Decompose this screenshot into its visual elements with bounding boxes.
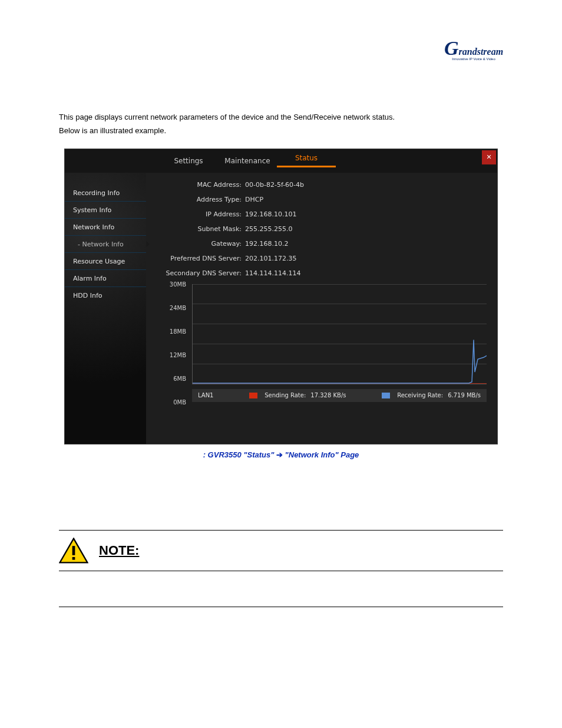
- sidebar-spacer: [65, 173, 146, 185]
- legend-recv-label: Receiving Rate:: [397, 392, 443, 398]
- value-gateway: 192.168.10.2: [245, 240, 487, 248]
- ytick-6: 6MB: [173, 375, 186, 381]
- value-addr-type: DHCP: [245, 196, 487, 203]
- tab-settings[interactable]: Settings: [159, 157, 218, 165]
- value-dns2: 114.114.114.114: [245, 269, 487, 277]
- tab-maintenance[interactable]: Maintenance: [218, 157, 277, 165]
- chart-lines: [193, 284, 487, 384]
- ytick-24: 24MB: [170, 304, 186, 311]
- warning-icon: [59, 538, 88, 564]
- label-addr-type: Address Type:: [157, 196, 245, 203]
- ytick-0: 0MB: [173, 398, 186, 405]
- svg-rect-2: [72, 557, 75, 560]
- sidebar-item-resource[interactable]: Resource Usage: [65, 253, 146, 270]
- caption-prefix: : GVR3550 "Status": [203, 450, 276, 459]
- sidebar: Recording Info System Info Network Info …: [65, 173, 146, 444]
- caption-suffix: "Network Info" Page: [283, 450, 359, 459]
- ytick-18: 18MB: [170, 328, 186, 334]
- page-footer: [59, 607, 503, 610]
- note-label: NOTE:: [99, 543, 139, 558]
- label-dns1: Preferred DNS Server:: [157, 255, 245, 262]
- intro-text: This page displays current network param…: [59, 112, 503, 137]
- legend-lan: LAN1: [198, 392, 213, 398]
- chart-y-axis: 30MB 24MB 18MB 12MB 6MB 0MB: [163, 284, 186, 402]
- label-ip: IP Address:: [157, 210, 245, 218]
- label-gateway: Gateway:: [157, 240, 245, 248]
- close-icon[interactable]: ✕: [482, 150, 496, 164]
- content-pane: MAC Address:00-0b-82-5f-60-4b Address Ty…: [146, 173, 497, 444]
- sidebar-item-network[interactable]: Network Info: [65, 219, 146, 236]
- sidebar-item-recording[interactable]: Recording Info: [65, 185, 146, 202]
- swatch-send-icon: [249, 393, 257, 398]
- chart-legend: LAN1 Sending Rate: 17.328 KB/s Receiving…: [192, 389, 487, 402]
- tab-status[interactable]: Status: [277, 154, 336, 167]
- intro-line-2: Below is an illustrated example.: [59, 126, 503, 137]
- bandwidth-chart: 30MB 24MB 18MB 12MB 6MB 0MB: [168, 284, 487, 402]
- label-mac: MAC Address:: [157, 181, 245, 189]
- figure-caption: : GVR3550 "Status" ➔ "Network Info" Page: [59, 450, 503, 459]
- sidebar-item-network-sub[interactable]: - Network Info: [65, 236, 146, 253]
- value-mac: 00-0b-82-5f-60-4b: [245, 181, 487, 189]
- legend-send-value: 17.328 KB/s: [310, 392, 346, 398]
- logo-initial: G: [444, 37, 459, 59]
- document-page: Grandstream Innovative IP Voice & Video …: [0, 0, 562, 692]
- intro-line-1: This page displays current network param…: [59, 112, 503, 123]
- label-dns2: Secondary DNS Server:: [157, 269, 245, 277]
- svg-rect-1: [72, 546, 75, 555]
- value-dns1: 202.101.172.35: [245, 255, 487, 262]
- label-mask: Subnet Mask:: [157, 225, 245, 233]
- legend-recv-value: 6.719 MB/s: [448, 392, 481, 398]
- ytick-30: 30MB: [170, 281, 186, 287]
- sidebar-item-hdd[interactable]: HDD Info: [65, 287, 146, 304]
- note-box: NOTE:: [59, 530, 503, 571]
- app-window: Settings Maintenance Status ✕ Recording …: [64, 149, 498, 444]
- window-tabbar: Settings Maintenance Status ✕: [65, 149, 497, 173]
- brand-logo: Grandstream Innovative IP Voice & Video: [444, 41, 503, 61]
- legend-send-label: Sending Rate:: [265, 392, 306, 398]
- swatch-recv-icon: [382, 393, 390, 398]
- value-mask: 255.255.255.0: [245, 225, 487, 233]
- value-ip: 192.168.10.101: [245, 210, 487, 218]
- sidebar-item-alarm[interactable]: Alarm Info: [65, 270, 146, 287]
- logo-word: randstream: [459, 47, 504, 57]
- logo-tagline: Innovative IP Voice & Video: [444, 57, 503, 61]
- sidebar-item-system[interactable]: System Info: [65, 202, 146, 219]
- window-body: Recording Info System Info Network Info …: [65, 173, 497, 444]
- arrow-icon: ➔: [276, 450, 283, 459]
- chart-plot-area: [192, 284, 487, 384]
- ytick-12: 12MB: [170, 351, 186, 358]
